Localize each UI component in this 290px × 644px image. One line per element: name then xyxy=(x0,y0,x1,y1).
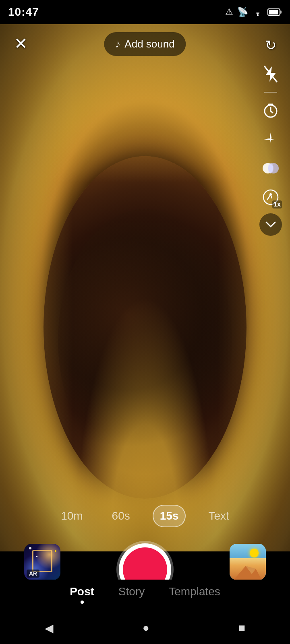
sun-icon xyxy=(250,549,259,557)
close-button[interactable]: ✕ xyxy=(10,32,32,55)
ar-badge: AR xyxy=(27,570,39,578)
duration-15s[interactable]: 15s xyxy=(153,505,186,527)
svg-rect-3 xyxy=(280,10,282,14)
add-sound-label: Add sound xyxy=(124,38,174,50)
tab-story[interactable]: Story xyxy=(118,585,145,598)
filter-icon xyxy=(262,161,279,175)
tab-story-label: Story xyxy=(118,585,145,598)
sunflower-background xyxy=(0,24,290,551)
svg-point-9 xyxy=(268,163,273,173)
refresh-icon: ↻ xyxy=(265,37,276,53)
add-sound-button[interactable]: ♪ Add sound xyxy=(104,32,186,56)
beauty-button[interactable] xyxy=(258,126,284,152)
notification-icon: ⚠ xyxy=(225,7,233,17)
more-options-button[interactable] xyxy=(259,213,282,236)
speed-button[interactable]: 1x xyxy=(258,184,284,210)
cast-icon: 📡 xyxy=(237,7,248,17)
status-icons: ⚠ 📡 xyxy=(225,7,282,17)
svg-rect-2 xyxy=(269,10,278,14)
svg-point-0 xyxy=(257,14,259,16)
duration-60s[interactable]: 60s xyxy=(106,506,137,526)
tabs-row: Post Story Templates xyxy=(0,580,290,612)
duration-10m[interactable]: 10m xyxy=(54,506,89,526)
music-icon: ♪ xyxy=(115,38,120,50)
mountain-icon xyxy=(230,560,266,580)
right-controls: ↻ xyxy=(258,32,284,236)
battery-icon xyxy=(267,8,282,17)
home-button[interactable]: ● xyxy=(143,621,149,634)
viewfinder xyxy=(0,24,290,551)
back-button[interactable]: ◀ xyxy=(45,621,54,635)
system-nav: ◀ ● ■ xyxy=(0,612,290,644)
tab-post-label: Post xyxy=(70,585,94,598)
tab-templates-label: Templates xyxy=(169,585,220,598)
filter-button[interactable] xyxy=(258,155,284,181)
effects-icon: AR xyxy=(24,544,60,580)
flash-icon xyxy=(264,66,278,83)
timer-icon xyxy=(263,103,278,118)
duration-bar: 10m 60s 15s Text xyxy=(0,505,290,527)
svg-point-11 xyxy=(269,193,272,196)
chevron-down-icon xyxy=(265,221,276,228)
speed-label: 1x xyxy=(272,200,282,208)
upload-icon xyxy=(230,544,266,580)
status-bar: 10:47 ⚠ 📡 xyxy=(0,0,290,24)
duration-text[interactable]: Text xyxy=(202,506,235,526)
flash-button[interactable] xyxy=(258,61,284,87)
sparkle-icon xyxy=(263,132,278,147)
close-icon: ✕ xyxy=(14,35,28,52)
tab-post[interactable]: Post xyxy=(70,585,94,604)
tab-templates[interactable]: Templates xyxy=(169,585,220,598)
flip-camera-button[interactable]: ↻ xyxy=(258,32,284,58)
timer-button[interactable] xyxy=(258,97,284,123)
recent-apps-button[interactable]: ■ xyxy=(238,621,245,634)
active-tab-indicator xyxy=(81,601,84,604)
app-bottom: Post Story Templates ◀ ● ■ xyxy=(0,580,290,644)
vignette-overlay xyxy=(0,24,290,551)
control-divider xyxy=(264,92,277,93)
wifi-icon xyxy=(252,8,263,17)
status-time: 10:47 xyxy=(8,6,39,19)
